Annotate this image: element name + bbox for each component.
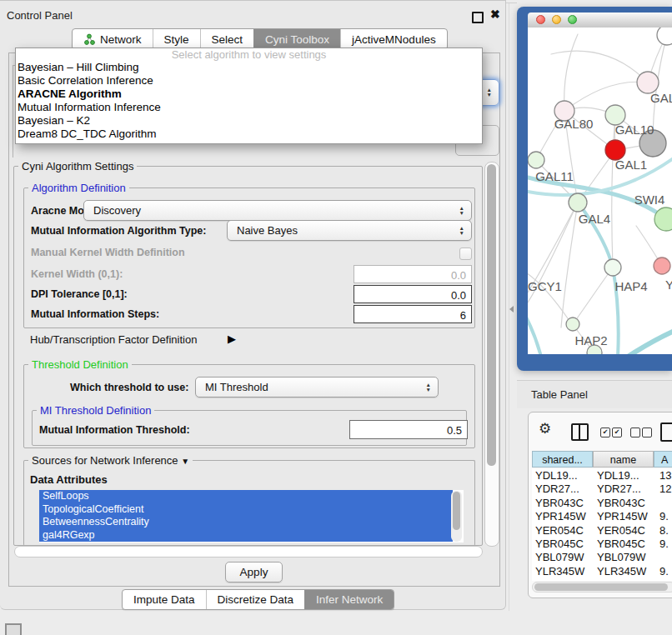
network-node-HAP4[interactable]	[604, 259, 621, 276]
network-window-titlebar[interactable]	[528, 12, 672, 28]
list-item-gal4rgexp[interactable]: gal4RGexp	[39, 529, 453, 542]
dropdown-item-aracne[interactable]: ARACNE Algorithm	[16, 88, 482, 101]
tab-style[interactable]: Style	[153, 29, 200, 49]
kernel-width-field[interactable]: 0.0	[354, 265, 472, 283]
table-horizontal-scrollbar[interactable]	[532, 582, 672, 592]
table-cell[interactable]: YDR27...	[532, 482, 595, 496]
table-cell[interactable]: YBR043C	[532, 497, 595, 510]
table-row[interactable]: YDL19...YDL19...13	[532, 469, 672, 482]
settings-vertical-scrollbar-thumb[interactable]	[487, 164, 496, 466]
dropdown-item-bayesian-k2[interactable]: Bayesian – K2	[16, 114, 482, 128]
close-panel-icon[interactable]: ✖	[490, 8, 500, 21]
network-edge[interactable]	[628, 330, 672, 354]
deselect-all-checkbox-icon[interactable]	[630, 428, 640, 438]
which-threshold-combo[interactable]: MI Threshold ▲▼	[195, 377, 439, 398]
table-scrollbar-thumb[interactable]	[534, 583, 668, 591]
select-all-checkbox-icon[interactable]: ✔	[600, 428, 610, 438]
float-panel-icon[interactable]	[472, 12, 484, 23]
dropdown-item-bayesian-hill-climbing[interactable]: Bayesian – Hill Climbing	[16, 61, 482, 74]
table-cell[interactable]: YIL052C	[595, 578, 658, 581]
tab-network[interactable]: Network	[73, 29, 153, 49]
tab-infer-network[interactable]: Infer Network	[304, 590, 394, 609]
table-row[interactable]: YER054CYER054C8.	[532, 524, 672, 538]
splitter-collapse-icon[interactable]	[509, 306, 514, 312]
table-row[interactable]: YBL079WYBL079W	[532, 551, 672, 564]
tab-impute-data[interactable]: Impute Data	[123, 590, 206, 609]
select-all-checkbox-icon[interactable]: ✔	[612, 428, 622, 438]
mi-threshold-field[interactable]: 0.5	[349, 420, 468, 439]
list-item-betweennesscentrality[interactable]: BetweennessCentrality	[39, 516, 453, 529]
network-view-window[interactable]: GALGAL80GAL10GAL1GAL11GAL4SWI4GCY1HAP4YH…	[517, 7, 672, 371]
network-node-SWI4[interactable]	[654, 208, 672, 231]
network-node-top-partial[interactable]	[657, 28, 672, 45]
network-edge[interactable]	[528, 271, 569, 321]
dropdown-item-mutual-information[interactable]: Mutual Information Inference	[16, 101, 482, 114]
table-row[interactable]: YBR045CYBR045C9.	[532, 538, 672, 551]
network-canvas[interactable]: GALGAL80GAL10GAL1GAL11GAL4SWI4GCY1HAP4YH…	[528, 28, 672, 354]
table-cell[interactable]: YDR27...	[595, 482, 658, 496]
network-node-GAL4[interactable]	[569, 193, 587, 212]
table-cell[interactable]	[658, 497, 672, 510]
network-edge[interactable]	[573, 268, 613, 324]
column-header-name[interactable]: name	[593, 451, 654, 468]
table-cell[interactable]: YDL19...	[532, 469, 595, 482]
column-header-shared-name[interactable]: shared...	[532, 451, 593, 468]
mi-type-combo[interactable]: Naive Bayes ▲▼	[227, 220, 472, 241]
mi-steps-field[interactable]: 6	[354, 305, 472, 323]
table-cell[interactable]: 9.	[658, 510, 672, 523]
network-edge[interactable]	[564, 82, 648, 111]
close-window-icon[interactable]	[536, 15, 545, 24]
table-cell[interactable]: 9.	[658, 538, 672, 551]
hub-expand-arrow-icon[interactable]: ▶	[228, 332, 236, 345]
sources-collapse-arrow-icon[interactable]: ▼	[181, 457, 189, 466]
table-row[interactable]: YDR27...YDR27...12	[532, 482, 672, 496]
table-cell[interactable]: 12	[658, 482, 672, 496]
export-table-icon[interactable]	[660, 422, 672, 442]
table-cell[interactable]: 8.	[658, 524, 672, 538]
table-cell[interactable]: YER054C	[595, 524, 658, 538]
manual-kernel-checkbox[interactable]	[459, 248, 472, 260]
apply-button[interactable]: Apply	[225, 562, 283, 582]
table-cell[interactable]: YBL079W	[595, 551, 658, 564]
table-cell[interactable]: YBL079W	[532, 551, 595, 564]
table-cell[interactable]: YLR345W	[595, 565, 658, 578]
table-cell[interactable]: YIL052C	[532, 578, 595, 581]
dropdown-item-basic-correlation[interactable]: Basic Correlation Inference	[16, 74, 482, 88]
table-cell[interactable]: 9.	[658, 565, 672, 578]
list-scrollbar-thumb[interactable]	[453, 492, 460, 530]
settings-vertical-scrollbar[interactable]	[484, 162, 499, 547]
table-cell[interactable]: YPR145W	[595, 510, 658, 523]
deselect-all-checkbox-icon[interactable]	[642, 428, 652, 438]
table-row[interactable]: YLR345WYLR345W9.	[532, 565, 672, 578]
settings-horizontal-scrollbar[interactable]	[14, 546, 483, 558]
network-edge[interactable]	[528, 308, 541, 354]
table-row[interactable]: YPR145WYPR145W9.	[532, 510, 672, 523]
column-layout-icon[interactable]	[571, 423, 589, 441]
network-edge[interactable]	[564, 34, 578, 111]
network-node-salmon[interactable]	[654, 258, 670, 274]
dropdown-item-dream8[interactable]: Dream8 DC_TDC Algorithm	[16, 128, 482, 141]
list-vertical-scrollbar[interactable]	[451, 491, 462, 542]
list-item-topologicalcoefficient[interactable]: TopologicalCoefficient	[39, 503, 453, 517]
table-cell[interactable]: YBR045C	[595, 538, 658, 551]
gear-icon[interactable]: ⚙	[539, 422, 551, 436]
minimized-panel-icon[interactable]	[5, 623, 22, 635]
network-node-HAP2[interactable]	[566, 318, 579, 331]
list-item-selfloops[interactable]: SelfLoops	[39, 490, 453, 503]
tab-cyni-toolbox[interactable]: Cyni Toolbox	[253, 29, 340, 49]
dpi-tolerance-field[interactable]: 0.0	[354, 285, 472, 303]
table-cell[interactable]: 9	[658, 578, 672, 581]
table-cell[interactable]: YPR145W	[532, 510, 595, 523]
table-cell[interactable]: YBR043C	[595, 497, 658, 510]
network-node-GAL11[interactable]	[528, 152, 544, 168]
aracne-mode-combo[interactable]: Discovery ▲▼	[83, 200, 472, 221]
hub-definition-label[interactable]: Hub/Transcription Factor Definition	[30, 333, 197, 346]
tab-jactivemnodules[interactable]: jActiveMNodules	[340, 29, 447, 49]
table-cell[interactable]: YDL19...	[595, 469, 658, 482]
table-row[interactable]: YIL052CYIL052C9	[532, 578, 672, 581]
tab-select[interactable]: Select	[200, 29, 254, 49]
tab-discretize-data[interactable]: Discretize Data	[206, 590, 305, 609]
table-row[interactable]: YBR043CYBR043C	[532, 497, 672, 510]
table-cell[interactable]: YLR345W	[532, 565, 595, 578]
table-cell[interactable]: 13	[658, 469, 672, 482]
